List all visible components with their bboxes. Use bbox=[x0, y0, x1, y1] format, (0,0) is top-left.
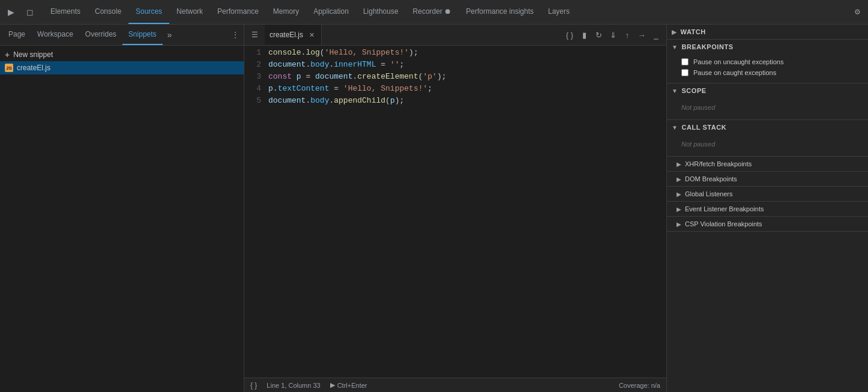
line-content: p.textContent = 'Hello, Snippets!'; bbox=[268, 84, 666, 93]
top-nav-bar: ▶ ◻ ElementsConsoleSourcesNetworkPerform… bbox=[0, 0, 868, 25]
token-var-blue: document bbox=[268, 96, 306, 105]
token-punct: ( bbox=[418, 72, 423, 81]
dom-breakpoints-section[interactable]: ▶ DOM Breakpoints bbox=[667, 172, 868, 187]
token-punct: = bbox=[376, 60, 390, 69]
watch-section: ▶ Watch bbox=[667, 25, 868, 40]
token-punct: = bbox=[301, 72, 315, 81]
cursor-icon[interactable]: ▶ bbox=[2, 4, 19, 20]
nav-tab-elements[interactable]: Elements bbox=[43, 0, 88, 24]
nav-tab-lighthouse[interactable]: Lighthouse bbox=[356, 0, 406, 24]
breakpoints-label: Breakpoints bbox=[681, 43, 733, 50]
right-panel: ▶ Watch ▼ Breakpoints Pause on uncaught … bbox=[666, 25, 868, 392]
token-prop: body bbox=[310, 96, 329, 105]
left-panel: PageWorkspaceOverridesSnippets»⋮ + New s… bbox=[0, 25, 244, 392]
token-var-blue: document bbox=[268, 60, 306, 69]
file-icon: JS bbox=[5, 64, 13, 72]
token-str: 'Hello, Snippets!' bbox=[343, 84, 427, 93]
deactivate-breakpoints-icon[interactable]: ⎯ bbox=[649, 28, 663, 41]
braces-icon: { } bbox=[250, 381, 257, 390]
dom-label: DOM Breakpoints bbox=[685, 175, 737, 182]
plus-icon: + bbox=[5, 50, 10, 59]
nav-tab-layers[interactable]: Layers bbox=[541, 0, 577, 24]
pause-uncaught-label: Pause on uncaught exceptions bbox=[693, 58, 783, 65]
sub-tab-snippets[interactable]: Snippets bbox=[122, 25, 163, 45]
breakpoints-header[interactable]: ▼ Breakpoints bbox=[667, 40, 868, 54]
pause-caught-label: Pause on caught exceptions bbox=[693, 69, 776, 76]
editor-tabs: ☰ createEl.js ✕ { } ▮ ↻ ⇓ ↑ → ⎯ bbox=[244, 25, 666, 46]
global-listeners-section[interactable]: ▶ Global Listeners bbox=[667, 187, 868, 202]
token-punct: ( bbox=[320, 48, 325, 57]
run-triangle-icon: ▶ bbox=[330, 381, 335, 389]
sub-tab-more-icon[interactable]: » bbox=[165, 30, 175, 40]
new-snippet-button[interactable]: + New snippet bbox=[0, 48, 244, 61]
callstack-section: ▼ Call Stack Not paused bbox=[667, 120, 868, 157]
event-listener-section[interactable]: ▶ Event Listener Breakpoints bbox=[667, 202, 868, 217]
xhr-fetch-section[interactable]: ▶ XHR/fetch Breakpoints bbox=[667, 157, 868, 172]
scope-section: ▼ Scope Not paused bbox=[667, 83, 868, 120]
sub-tab-workspace[interactable]: Workspace bbox=[31, 25, 79, 45]
code-line: 1console.log('Hello, Snippets!'); bbox=[244, 48, 666, 60]
editor-tab-createel[interactable]: createEl.js ✕ bbox=[265, 25, 322, 45]
nav-tabs: ElementsConsoleSourcesNetworkPerformance… bbox=[43, 0, 577, 24]
line-content: const p = document.createElement('p'); bbox=[268, 72, 666, 81]
coverage-status: Coverage: n/a bbox=[619, 382, 660, 389]
close-tab-button[interactable]: ✕ bbox=[307, 30, 316, 40]
run-shortcut: Ctrl+Enter bbox=[337, 382, 367, 389]
nav-tab-performance-insights[interactable]: Performance insights bbox=[459, 0, 541, 24]
breakpoints-body: Pause on uncaught exceptions Pause on ca… bbox=[667, 54, 868, 83]
file-item-createEl-js[interactable]: JScreateEl.js bbox=[0, 61, 244, 74]
sidebar-right-icon[interactable]: ▮ bbox=[577, 28, 591, 41]
breakpoints-section: ▼ Breakpoints Pause on uncaught exceptio… bbox=[667, 40, 868, 83]
callstack-header[interactable]: ▼ Call Stack bbox=[667, 120, 868, 134]
token-punct: ); bbox=[409, 48, 418, 57]
token-punct: ); bbox=[395, 96, 405, 105]
nav-tab-recorder-⏺[interactable]: Recorder ⏺ bbox=[406, 0, 459, 24]
token-punct: ; bbox=[427, 84, 432, 93]
token-punct: . bbox=[273, 84, 278, 93]
global-arrow-icon: ▶ bbox=[677, 191, 681, 198]
csp-arrow-icon: ▶ bbox=[677, 221, 681, 228]
nav-tab-network[interactable]: Network bbox=[169, 0, 210, 24]
sidebar-toggle-icon[interactable]: ☰ bbox=[248, 28, 261, 41]
dom-arrow-icon: ▶ bbox=[677, 176, 681, 182]
nav-tab-application[interactable]: Application bbox=[306, 0, 356, 24]
pause-uncaught-checkbox[interactable] bbox=[681, 58, 689, 65]
breakpoints-arrow-icon: ▼ bbox=[672, 44, 678, 50]
new-snippet-label: New snippet bbox=[13, 50, 53, 59]
cursor-position: Line 1, Column 33 bbox=[267, 382, 320, 389]
line-content: document.body.innerHTML = ''; bbox=[268, 60, 666, 69]
refresh-icon[interactable]: ↻ bbox=[592, 28, 605, 41]
pause-uncaught-option: Pause on uncaught exceptions bbox=[681, 56, 863, 67]
token-var-blue: document bbox=[315, 72, 352, 81]
scope-header[interactable]: ▼ Scope bbox=[667, 83, 868, 98]
xhr-label: XHR/fetch Breakpoints bbox=[685, 160, 752, 167]
nav-tab-sources[interactable]: Sources bbox=[128, 0, 169, 24]
step-over-icon[interactable]: ⇓ bbox=[606, 28, 619, 41]
nav-tab-performance[interactable]: Performance bbox=[210, 0, 266, 24]
token-punct: = bbox=[329, 84, 343, 93]
nav-tab-console[interactable]: Console bbox=[88, 0, 128, 24]
code-line: 4p.textContent = 'Hello, Snippets!'; bbox=[244, 84, 666, 96]
sub-tab-overrides[interactable]: Overrides bbox=[79, 25, 122, 45]
settings-icon[interactable]: ⚙ bbox=[849, 4, 866, 20]
device-icon[interactable]: ◻ bbox=[22, 4, 38, 20]
code-editor[interactable]: 1console.log('Hello, Snippets!');2docume… bbox=[244, 46, 666, 378]
step-into-icon[interactable]: ↑ bbox=[621, 28, 634, 41]
run-button[interactable]: ▶ Ctrl+Enter bbox=[330, 381, 367, 389]
nav-tab-memory[interactable]: Memory bbox=[266, 0, 306, 24]
csp-label: CSP Violation Breakpoints bbox=[685, 220, 762, 228]
step-icon[interactable]: → bbox=[635, 28, 648, 41]
watch-header[interactable]: ▶ Watch bbox=[667, 25, 868, 39]
token-punct: ; bbox=[400, 60, 405, 69]
line-number: 5 bbox=[244, 96, 268, 105]
xhr-arrow-icon: ▶ bbox=[677, 161, 681, 167]
pause-caught-checkbox[interactable] bbox=[681, 69, 689, 76]
scope-label: Scope bbox=[681, 87, 706, 94]
sub-tab-page[interactable]: Page bbox=[2, 25, 31, 45]
pause-caught-option: Pause on caught exceptions bbox=[681, 67, 863, 78]
pretty-print-icon[interactable]: { } bbox=[563, 28, 576, 41]
csp-violation-section[interactable]: ▶ CSP Violation Breakpoints bbox=[667, 217, 868, 232]
token-str: '' bbox=[390, 60, 400, 69]
file-name-label: createEl.js bbox=[17, 64, 50, 72]
sub-tab-menu-icon[interactable]: ⋮ bbox=[229, 31, 241, 39]
